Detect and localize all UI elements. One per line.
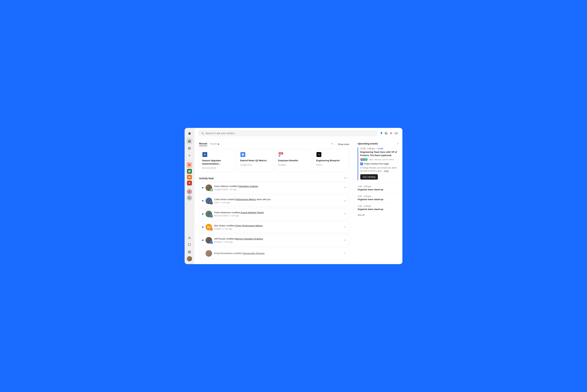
activity-feed-title: Activity feed (199, 177, 214, 180)
events-divider-3 (358, 203, 399, 203)
attendee-text: Max, Vanessa, and 10 others (370, 158, 394, 160)
body-area: Recent Stacks Show more (194, 139, 402, 264)
right-panel: Upcoming events ↗ 12:30 - 1:00 pm • in 3… (354, 139, 402, 264)
activity-item-jeff[interactable]: Jeff Russet modified Mercury Activation … (199, 234, 349, 246)
sidebar-item-home[interactable] (186, 138, 192, 144)
sidebar-app-green[interactable] (187, 169, 192, 174)
sidebar: ✳ 🦊 M S A C (184, 128, 194, 264)
kevin-avatar-wrap (206, 184, 212, 191)
pedro-doc-link[interactable]: August Weather Report (240, 211, 264, 214)
main-content: 🔍 M +4 (194, 128, 402, 264)
center-panel: Recent Stacks Show more (194, 139, 354, 264)
join-meeting-button[interactable]: Join meeting (360, 174, 378, 180)
jeff-meta: Dropbox • 2 min ago (214, 241, 342, 243)
jeff-activity-text: Jeff Russet modified Mercury Activation … (214, 237, 342, 243)
kevin-sparkle[interactable]: ✦ (344, 186, 346, 189)
activity-feed-header: Activity feed (199, 177, 349, 180)
sidebar-item-stacks[interactable] (186, 145, 192, 152)
kevin-doc-link[interactable]: Opposition Analysis (238, 185, 258, 188)
tab-recent[interactable]: Recent (199, 142, 207, 146)
sidebar-avatar-a[interactable]: A (187, 189, 192, 194)
max-avatar-wrap: MS A (206, 224, 212, 230)
svg-rect-9 (190, 251, 190, 252)
search-input[interactable] (205, 132, 375, 135)
activity-filter-button[interactable] (344, 177, 349, 180)
dropbox-badge-2 (210, 241, 213, 244)
card-employee-benefits[interactable]: PDF Employee Benefits Dropbox (275, 149, 311, 172)
dropbox-icon[interactable] (380, 131, 383, 135)
search-icon: 🔍 (201, 132, 204, 135)
emily-sparkle[interactable]: ✦ (344, 252, 346, 255)
collin-action: Collin Horton shared Performance Metrics… (214, 198, 342, 201)
sidebar-app-red[interactable]: S (187, 180, 192, 186)
see-all-button[interactable]: See all (358, 214, 364, 216)
external-link-icon[interactable]: ↗ (397, 142, 399, 145)
activity-item-collin[interactable]: D Collin Horton shared Performance Metri… (199, 195, 349, 207)
filter-button[interactable] (330, 143, 336, 145)
pedro-avatar-wrap: W (206, 211, 212, 217)
card-engineering-blueprint[interactable]: N Engineering Blueprint Notion (313, 149, 349, 172)
jeff-sparkle[interactable]: ✦ (344, 238, 346, 242)
card-icon-notion: N (316, 152, 322, 157)
main-event-title: Engineering Team Sync with VP of Product… (360, 150, 399, 157)
kevin-activity-text: Kevin Deterick modified Opposition Analy… (214, 185, 342, 191)
recent-cards-grid: W Season Upgrades Implementation... Micr… (199, 149, 349, 172)
card-icon-word: W (202, 152, 208, 157)
simple-event-3: 1:00 - 1:30 pm Organize team stand-up (358, 205, 399, 210)
pedro-action: Pedro Newsome modified August Weather Re… (214, 211, 342, 214)
tabs-right: Show more (330, 143, 349, 146)
emily-avatar-wrap (206, 250, 212, 257)
more-link[interactable]: more (384, 170, 389, 172)
emily-avatar (206, 250, 212, 257)
sidebar-app-orange[interactable]: M (187, 175, 192, 180)
svg-rect-21 (211, 189, 212, 191)
sidebar-logo[interactable]: ✳ (186, 131, 192, 137)
attendee-av-3: J (365, 158, 368, 161)
tab-stacks[interactable]: Stacks (210, 142, 219, 146)
doc-title: Project Hanford One Pager (364, 163, 389, 165)
unread-dot-3 (202, 213, 204, 215)
activity-item-kevin[interactable]: Kevin Deterick modified Opposition Analy… (199, 182, 349, 194)
max-doc-link[interactable]: Driver Performance Metrics (236, 224, 263, 227)
integrations-more[interactable]: +4 (394, 132, 398, 135)
card-debrief-notes[interactable]: Debrief Notes Q3 Metrics Google Docs (237, 149, 273, 172)
collin-activity-text: Collin Horton shared Performance Metrics… (214, 198, 342, 204)
header: 🔍 M +4 (194, 128, 402, 139)
sidebar-chat[interactable] (186, 242, 192, 248)
sidebar-app-photos[interactable]: 🦊 (187, 162, 192, 168)
activity-item-emily[interactable]: Emily Rosenbloom modified Sponsorship Pl… (199, 248, 349, 259)
unread-dot-4 (202, 226, 204, 228)
events-divider-1 (358, 183, 399, 183)
show-more-button[interactable]: Show more (338, 143, 349, 146)
activity-item-max[interactable]: MS A Max Stober modified Driver Performa… (199, 221, 349, 233)
main-event-time: 12:30 - 1:00 pm • in 3m (360, 148, 399, 150)
kevin-action: Kevin Deterick modified Opposition Analy… (214, 185, 342, 188)
jeff-doc-link[interactable]: Mercury Activation Graphics (235, 238, 263, 240)
sidebar-download[interactable] (186, 234, 192, 240)
card-season-upgrades[interactable]: W Season Upgrades Implementation... Micr… (199, 149, 235, 172)
in-label: in 3m (378, 148, 383, 150)
emily-activity-text: Emily Rosenbloom modified Sponsorship Pl… (214, 252, 342, 255)
pedro-sparkle[interactable]: ✦ (344, 212, 346, 216)
collin-doc-link[interactable]: Performance Metrics (235, 198, 256, 201)
pedro-meta: Microsoft Word • 2 min ago (214, 214, 342, 217)
word-icon: W (202, 152, 207, 157)
max-action: Max Stober modified Driver Performance M… (214, 224, 342, 227)
max-sparkle[interactable]: ✦ (344, 226, 346, 229)
sidebar-avatar-c[interactable]: C (187, 195, 192, 200)
sidebar-item-new[interactable] (186, 152, 192, 159)
events-title: Upcoming events (358, 142, 378, 145)
emily-doc-link[interactable]: Sponsorship Planning (243, 252, 264, 254)
activity-item-pedro[interactable]: W Pedro Newsome modified August Weather … (199, 208, 349, 220)
unread-dot-2 (202, 200, 204, 202)
collin-sparkle[interactable]: ✦ (344, 199, 346, 202)
sidebar-grid[interactable] (186, 249, 192, 255)
svg-rect-8 (188, 251, 189, 252)
card-icon-pdf: PDF (278, 152, 284, 157)
drive-icon[interactable] (384, 131, 388, 135)
pdf-badge: PDF (279, 152, 283, 154)
sidebar-user-avatar[interactable] (187, 256, 192, 261)
gmail-icon[interactable]: M (389, 131, 393, 135)
max-meta: Airtable • 2 min ago (214, 228, 342, 230)
search-bar[interactable]: 🔍 (198, 130, 377, 136)
